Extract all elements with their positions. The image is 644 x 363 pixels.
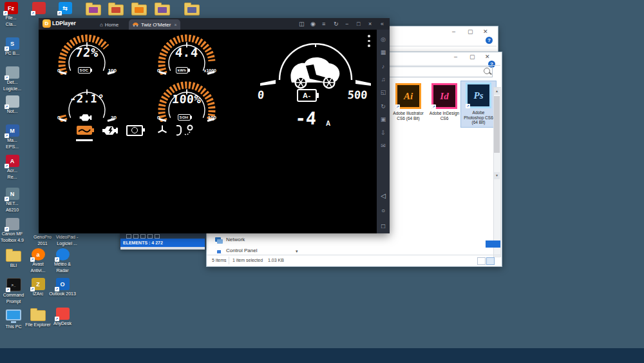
sidebar-messages-icon[interactable]: ✉ [377, 142, 390, 150]
app-shortcut-id[interactable]: Id↗Adobe InDesignCS6 [427, 83, 462, 121]
desktop-icon[interactable]: ↗ [24, 2, 53, 14]
app-shortcut-ai[interactable]: Ai↗Adobe IllustratorCS6 (64 Bit) [391, 83, 426, 121]
profile-icon[interactable]: ◉ [310, 21, 316, 27]
desktop-icon-label: Toolbox 4.9 [0, 238, 26, 243]
ldplayer-titlebar[interactable]: D LDPlayer ⌂ Home Twiz O'Meter × ◫◉≡↻−□×… [39, 18, 390, 30]
app-glyph-icon: ↗ [6, 218, 19, 230]
scrollbar-down-icon[interactable]: ▾ [494, 172, 500, 179]
minimize-icon[interactable]: – [452, 28, 455, 35]
folder-content-icon [111, 7, 120, 13]
nav-motor-icon[interactable] [100, 123, 120, 138]
toolbar-icon[interactable] [140, 234, 146, 239]
desktop-icon[interactable]: S↗PC B... [0, 37, 26, 56]
desktop-icon[interactable]: Fz↗File...Cla... [0, 2, 25, 27]
sidebar-record-icon[interactable]: ◎ [377, 36, 390, 43]
app-label-line: CS6 (64 Bit) [391, 116, 426, 121]
desktop-icon[interactable] [148, 2, 176, 15]
tree-scroll-down-icon[interactable]: ▾ [296, 249, 298, 254]
desktop-icon[interactable]: N↗NET...A6210 [0, 188, 26, 213]
gauge-chip-soh: SOH [178, 114, 191, 121]
nav-battery-meter-icon[interactable] [125, 123, 144, 138]
desktop-icon[interactable]: A↗Acr...Re... [0, 155, 26, 180]
tab-close-icon[interactable]: × [174, 23, 176, 27]
menu-icon[interactable]: ≡ [322, 21, 325, 27]
desktop-icon-label: AnyDesk [48, 321, 77, 326]
folder-icon [184, 5, 200, 15]
ldplayer-window[interactable]: D LDPlayer ⌂ Home Twiz O'Meter × ◫◉≡↻−□×… [39, 18, 390, 233]
close-icon[interactable]: × [368, 21, 372, 27]
collapse-sidebar-icon[interactable]: « [381, 21, 384, 27]
close-icon[interactable]: ✕ [485, 54, 490, 60]
app-tile-icon: Id↗ [431, 83, 457, 109]
sidebar-volume-up-icon[interactable]: ♪ [377, 63, 390, 70]
gauge-max-label: 100 [108, 68, 117, 74]
genopro-statusbar: ELEMENTS : 4 272 [120, 239, 205, 247]
maximize-icon[interactable]: ▢ [468, 28, 473, 35]
desktop-icon[interactable]: ↗AnyDesk [48, 308, 77, 326]
nav-fan-icon[interactable] [153, 123, 172, 138]
app-glyph-icon: a↗ [32, 248, 45, 260]
tab-home[interactable]: ⌂ Home [100, 19, 118, 30]
scrollbar-thumb[interactable] [494, 96, 500, 153]
help-button[interactable]: ? [486, 37, 493, 44]
amp-value: -4 [286, 108, 326, 128]
shortcut-badge-icon: ↗ [30, 287, 35, 291]
desktop-icon[interactable]: O↗Outlook 2013 [48, 278, 77, 297]
maximize-icon[interactable]: ▢ [469, 54, 475, 60]
minimize-icon[interactable]: – [454, 54, 457, 60]
sidebar-sync-icon[interactable]: ↻ [377, 103, 390, 110]
sidebar-install-apk-icon[interactable]: ⇩ [377, 130, 390, 137]
folder-content-icon [135, 7, 144, 13]
toolbar-icon[interactable] [155, 234, 160, 239]
desktop-icon[interactable]: M↗Ma...EPS... [0, 124, 26, 150]
app-title: LDPlayer [52, 20, 76, 26]
amp-unit: A [326, 120, 330, 127]
folder-icon [30, 310, 46, 321]
app-glyph-icon: ↗ [32, 2, 46, 14]
desktop-icon[interactable]: ⇆↗ [51, 2, 79, 14]
sidebar-volume-down-icon[interactable]: ♫ [377, 76, 390, 83]
app-label-line: CS6 [427, 116, 462, 121]
view-icons-button[interactable] [486, 257, 495, 265]
scrollbar-up-icon[interactable]: ▴ [494, 88, 500, 95]
window-genopro[interactable]: ELEMENTS : 4 272 [120, 233, 205, 250]
desktop-icon[interactable]: ↗Canon MFToolbox 4.9 [0, 218, 26, 243]
toolbar-icon[interactable] [133, 234, 138, 239]
view-details-button[interactable] [477, 257, 486, 265]
android-nav-home-icon[interactable]: ○ [377, 207, 390, 214]
desktop-icon[interactable]: ↗Météo &Radar [48, 248, 77, 273]
sidebar-screenshot-icon[interactable]: ▣ [377, 116, 390, 123]
toolbar-icon[interactable] [147, 234, 153, 239]
nav-trip-icon[interactable] [176, 123, 195, 138]
tab-twiz-o-meter[interactable]: Twiz O'Meter × [129, 19, 180, 30]
monitor-stand-icon [11, 321, 16, 323]
minimize-icon[interactable]: − [345, 21, 348, 27]
icon-glyph: A [10, 158, 15, 164]
folder-icon [131, 5, 147, 15]
twizy-car-icon [287, 53, 345, 90]
desktop-icon-label: Acr... [0, 168, 26, 173]
sidebar-keyboard-icon[interactable]: ▦ [377, 49, 390, 56]
desktop-icon[interactable] [178, 2, 206, 15]
desktop-icon[interactable]: ↗Det...Logicie... [0, 66, 26, 92]
app-shortcut-ps[interactable]: Ps↗AdobePhotoshop CS6(64 Bit) [460, 81, 497, 128]
genopro-bottom-edge [120, 247, 205, 250]
multi-instance-icon[interactable]: ◫ [299, 21, 305, 27]
android-nav-recents-icon[interactable]: □ [377, 222, 390, 230]
gauge-value: 72% [54, 45, 120, 59]
nav-battery-icon[interactable] [75, 123, 94, 138]
close-icon[interactable]: ✕ [483, 28, 488, 35]
icon-glyph: N [10, 191, 15, 197]
desktop-icon-label: EPS... [0, 144, 26, 150]
android-nav-back-icon[interactable]: ◁ [377, 192, 390, 199]
maximize-icon[interactable]: □ [357, 21, 360, 27]
app-label-line: Photoshop CS6 [461, 115, 496, 121]
app-tile-icon: Ps↗ [466, 83, 491, 108]
toolbar-icon[interactable] [126, 234, 131, 239]
desktop-icon-label: Re... [0, 175, 26, 180]
sidebar-fullscreen-icon[interactable]: ◱ [377, 89, 390, 96]
shortcut-badge-icon: ↗ [57, 11, 62, 15]
gauge-scale: 0SOC100 [55, 66, 119, 74]
desktop-icon[interactable]: ↗Not... [0, 95, 26, 114]
rotate-icon[interactable]: ↻ [334, 21, 339, 27]
